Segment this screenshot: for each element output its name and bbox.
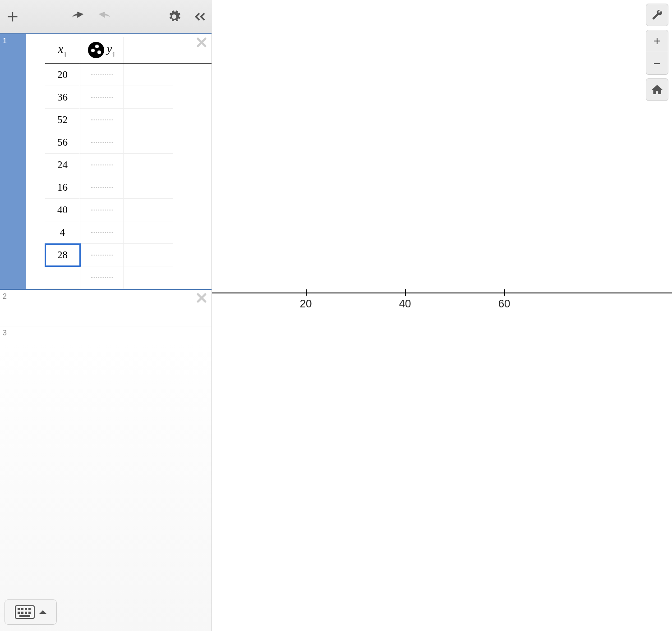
- svg-rect-8: [28, 612, 31, 614]
- table-cell-y[interactable]: [80, 221, 124, 244]
- chevron-up-icon: [39, 609, 46, 615]
- graph-settings-button[interactable]: [646, 4, 668, 26]
- table-cell-y[interactable]: [80, 86, 124, 109]
- table-header-row: x1 y1: [45, 37, 212, 64]
- table-row: 24: [45, 154, 212, 176]
- table-row-ghost: [45, 266, 212, 289]
- table-cell-x[interactable]: 56: [45, 131, 80, 154]
- empty-cell-placeholder: [91, 255, 113, 256]
- home-button[interactable]: [646, 78, 668, 101]
- column-header-y[interactable]: y1: [80, 37, 124, 63]
- expression-body[interactable]: [26, 290, 212, 326]
- table-cell-x[interactable]: 40: [45, 199, 80, 221]
- table-cell-extra[interactable]: [124, 109, 173, 131]
- table-cell-x[interactable]: 36: [45, 86, 80, 109]
- expression-item[interactable]: 1 x1 y1: [0, 33, 212, 290]
- table-cell-x[interactable]: 20: [45, 64, 80, 86]
- empty-cell-placeholder: [91, 232, 113, 233]
- expression-index: 2: [0, 290, 26, 326]
- expression-toolbar: [0, 0, 212, 33]
- column-header-empty[interactable]: [124, 37, 173, 63]
- svg-rect-1: [18, 608, 20, 610]
- table-cell-x[interactable]: 28: [45, 244, 80, 266]
- table-cell-extra[interactable]: [124, 266, 173, 289]
- svg-rect-5: [18, 612, 20, 614]
- data-table: x1 y1 20365256241640428: [45, 37, 212, 289]
- table-cell-x[interactable]: 16: [45, 176, 80, 199]
- table-cell-x[interactable]: 24: [45, 154, 80, 176]
- graph-area[interactable]: 204060 + −: [212, 0, 672, 631]
- undo-icon: [71, 11, 86, 22]
- collapse-panel-button[interactable]: [187, 4, 212, 29]
- plus-icon: [6, 10, 19, 23]
- svg-rect-9: [19, 615, 30, 617]
- empty-cell-placeholder: [91, 165, 113, 165]
- table-row: 40: [45, 199, 212, 221]
- table-cell-x[interactable]: 4: [45, 221, 80, 244]
- table-row: 4: [45, 221, 212, 244]
- wrench-icon: [651, 9, 663, 21]
- zoom-in-button[interactable]: +: [646, 30, 668, 52]
- zoom-group: + −: [646, 30, 668, 75]
- add-expression-button[interactable]: [0, 4, 25, 29]
- table-row: 36: [45, 86, 212, 109]
- table-row: 28: [45, 244, 212, 266]
- table-cell-extra[interactable]: [124, 221, 173, 244]
- empty-cell-placeholder: [91, 187, 113, 188]
- table-cell-y[interactable]: [80, 176, 124, 199]
- home-icon: [651, 84, 663, 96]
- table-cell-extra[interactable]: [124, 199, 173, 221]
- close-icon: [195, 292, 208, 304]
- table-cell-y[interactable]: [80, 199, 124, 221]
- table-cell-y[interactable]: [80, 64, 124, 86]
- svg-rect-7: [25, 612, 27, 614]
- undo-button[interactable]: [66, 4, 91, 29]
- table-cell-y[interactable]: [80, 109, 124, 131]
- table-row: 20: [45, 64, 212, 86]
- empty-cell-placeholder: [91, 74, 113, 75]
- svg-rect-2: [21, 608, 23, 610]
- column-header-x[interactable]: x1: [45, 37, 80, 63]
- table-cell-extra[interactable]: [124, 244, 173, 266]
- table-body: 20365256241640428: [45, 64, 212, 289]
- plus-icon: +: [654, 34, 661, 48]
- table-cell-y[interactable]: [80, 131, 124, 154]
- delete-expression-button[interactable]: [195, 292, 208, 304]
- axis-tick: [405, 289, 406, 296]
- table-cell-y[interactable]: [80, 266, 124, 289]
- graph-controls: + −: [646, 4, 668, 101]
- delete-expression-button[interactable]: [195, 36, 208, 49]
- empty-cell-placeholder: [91, 119, 113, 120]
- redo-button[interactable]: [91, 4, 116, 29]
- x-axis: [212, 293, 672, 293]
- empty-cell-placeholder: [91, 97, 113, 98]
- expression-list: 1 x1 y1: [0, 33, 212, 631]
- zoom-out-button[interactable]: −: [646, 52, 668, 75]
- expression-item[interactable]: 2: [0, 290, 212, 326]
- close-icon: [195, 36, 208, 49]
- table-cell-extra[interactable]: [124, 131, 173, 154]
- axis-tick: [504, 289, 505, 296]
- empty-cell-placeholder: [91, 142, 113, 143]
- keypad-toggle-button[interactable]: [5, 599, 57, 625]
- table-cell-y[interactable]: [80, 154, 124, 176]
- table-cell-extra[interactable]: [124, 86, 173, 109]
- expression-body: x1 y1 20365256241640428: [26, 34, 212, 289]
- table-cell-x[interactable]: 52: [45, 109, 80, 131]
- table-cell-extra[interactable]: [124, 154, 173, 176]
- axis-tick: [306, 289, 307, 296]
- table-cell-x[interactable]: [45, 266, 80, 289]
- scatter-icon[interactable]: [88, 42, 104, 58]
- minus-icon: −: [654, 56, 661, 71]
- gear-icon: [167, 10, 181, 23]
- expression-body[interactable]: [26, 326, 212, 344]
- table-row: 56: [45, 131, 212, 154]
- table-cell-extra[interactable]: [124, 176, 173, 199]
- expression-item[interactable]: 3: [0, 326, 212, 344]
- chevron-double-left-icon: [193, 10, 206, 23]
- column-label: y1: [107, 42, 116, 57]
- table-cell-y[interactable]: [80, 244, 124, 266]
- settings-button[interactable]: [161, 4, 187, 29]
- table-cell-extra[interactable]: [124, 64, 173, 86]
- column-label: x1: [58, 42, 67, 57]
